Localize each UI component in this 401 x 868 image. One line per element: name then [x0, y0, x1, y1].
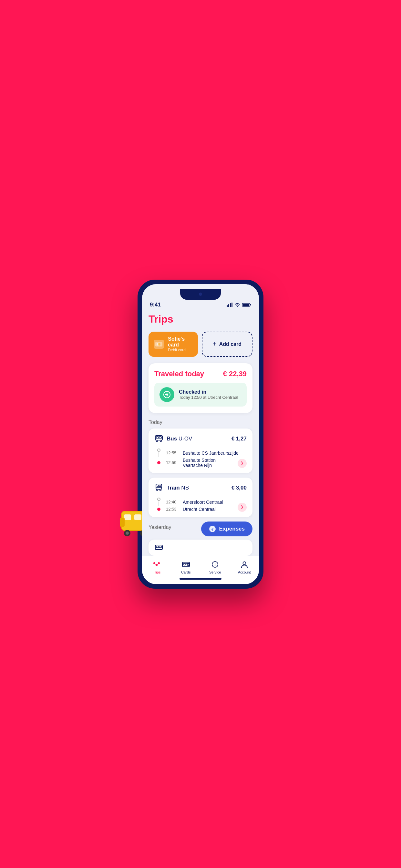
- svg-point-23: [156, 440, 158, 441]
- svg-rect-11: [232, 303, 233, 307]
- checkin-info: Checked in Today 12:50 at Utrecht Centra…: [179, 389, 238, 400]
- trips-icon: [152, 560, 161, 569]
- service-icon: [211, 560, 220, 569]
- today-summary-card: Traveled today € 22,39 Checked in Today …: [149, 363, 252, 413]
- nav-item-trips[interactable]: Trips: [142, 560, 172, 574]
- partial-card-icon: [154, 543, 163, 552]
- yesterday-row: Yesterday € Expenses: [149, 522, 252, 536]
- nav-item-cards[interactable]: Cards: [172, 560, 201, 574]
- svg-point-17: [158, 343, 160, 345]
- svg-rect-26: [157, 485, 158, 487]
- svg-rect-27: [159, 485, 161, 487]
- home-bar: [180, 578, 221, 580]
- today-section-label: Today: [149, 420, 252, 425]
- card-type: Debit card: [168, 348, 193, 352]
- bus-chevron-button[interactable]: [238, 459, 247, 468]
- trip-card-bus[interactable]: Bus U-OV € 1,27 12:55 Bushalte CS Jaarbe…: [149, 429, 252, 473]
- card-name: Sofie's card: [168, 336, 193, 348]
- svg-text:€: €: [212, 527, 213, 531]
- stop-time-1: 12:55: [166, 451, 179, 455]
- train-chevron-button[interactable]: [238, 503, 247, 512]
- bus-icon: [154, 434, 163, 444]
- today-amount: € 22,39: [223, 370, 247, 378]
- stop-name-1: Bushalte CS Jaarbeurszijde: [183, 451, 247, 456]
- expenses-label: Expenses: [219, 526, 245, 532]
- train-time-1: 12:40: [166, 500, 179, 504]
- svg-rect-13: [243, 304, 249, 306]
- checkin-subtitle: Today 12:50 at Utrecht Centraal: [179, 395, 238, 400]
- svg-rect-36: [159, 546, 161, 548]
- bus-stop-1: 12:55 Bushalte CS Jaarbeurszijde: [156, 448, 247, 458]
- svg-point-48: [243, 562, 246, 564]
- checkin-box: Checked in Today 12:50 at Utrecht Centra…: [154, 383, 247, 407]
- yesterday-partial-card: [149, 539, 252, 556]
- train-stop-name-1: Amersfoort Centraal: [183, 500, 247, 505]
- checkin-title: Checked in: [179, 389, 238, 395]
- home-indicator: [142, 576, 259, 584]
- bus-stops: 12:55 Bushalte CS Jaarbeurszijde 12:59 B…: [154, 448, 247, 468]
- add-card-label: Add card: [219, 341, 242, 347]
- service-nav-label: Service: [209, 570, 221, 574]
- notch: [180, 289, 221, 300]
- svg-rect-41: [184, 564, 185, 565]
- cards-nav-label: Cards: [181, 570, 190, 574]
- svg-point-47: [215, 565, 215, 566]
- stop-dot-empty: [157, 448, 160, 452]
- train-stop-2: 12:53 Utrecht Centraal: [156, 507, 247, 512]
- stop-name-2: Bushalte Station Vaartsche Rijn: [183, 458, 234, 468]
- status-bar: 9:41: [142, 302, 259, 311]
- svg-rect-9: [228, 304, 229, 307]
- notch-area: [142, 284, 259, 302]
- svg-rect-7: [120, 518, 125, 527]
- plus-icon: +: [213, 340, 217, 348]
- bus-amount: € 1,27: [232, 436, 247, 442]
- today-label: Traveled today: [154, 370, 204, 378]
- bus-mode-text: Bus U-OV: [166, 436, 192, 442]
- sofie-card-button[interactable]: Sofie's card Debit card: [149, 332, 198, 357]
- phone-frame: 9:41: [137, 280, 264, 589]
- svg-point-24: [160, 440, 162, 441]
- nav-item-account[interactable]: Account: [230, 560, 259, 574]
- svg-point-4: [126, 531, 129, 535]
- expenses-icon: €: [209, 525, 216, 532]
- train-mode-text: Train NS: [166, 485, 189, 491]
- card-info: Sofie's card Debit card: [168, 336, 193, 352]
- train-time-2: 12:53: [166, 507, 179, 512]
- train-icon: [154, 483, 163, 493]
- bus-stop-2: 12:59 Bushalte Station Vaartsche Rijn: [156, 458, 247, 468]
- train-stop-1: 12:40 Amersfoort Centraal: [156, 498, 247, 507]
- svg-rect-35: [156, 546, 158, 548]
- nav-item-service[interactable]: Service: [201, 560, 230, 574]
- trip-mode-train: Train NS: [154, 483, 189, 493]
- screen-content: Trips Sofie's card Debit card: [142, 311, 259, 556]
- add-card-button[interactable]: + Add card: [202, 332, 252, 357]
- stop-dot-filled-2: [157, 507, 160, 511]
- train-stop-name-2: Utrecht Centraal: [183, 507, 234, 512]
- svg-rect-2: [134, 515, 142, 520]
- account-icon: [240, 560, 249, 569]
- page-title: Trips: [149, 313, 252, 325]
- signal-icon: [227, 303, 233, 307]
- expenses-button[interactable]: € Expenses: [201, 522, 252, 536]
- trip-mode-bus: Bus U-OV: [154, 434, 192, 444]
- svg-rect-8: [227, 305, 227, 307]
- svg-rect-14: [250, 304, 251, 306]
- account-nav-label: Account: [238, 570, 251, 574]
- today-header: Traveled today € 22,39: [154, 370, 247, 378]
- trip-card-train[interactable]: Train NS € 3,00 12:40 Amersfoort Centraa…: [149, 477, 252, 517]
- bottom-navigation: Trips Cards: [142, 556, 259, 576]
- status-time: 9:41: [150, 302, 161, 308]
- yesterday-section-label: Yesterday: [149, 524, 172, 530]
- stop-time-2: 12:59: [166, 460, 179, 465]
- stop-dot-empty-2: [157, 498, 160, 501]
- card-icon: [154, 340, 164, 349]
- phone-screen: 9:41: [142, 284, 259, 584]
- trip-header-train: Train NS € 3,00: [154, 483, 247, 493]
- trip-header-bus: Bus U-OV € 1,27: [154, 434, 247, 444]
- checkin-icon: [159, 387, 174, 402]
- battery-icon: [242, 303, 251, 307]
- train-amount: € 3,00: [232, 485, 247, 491]
- wifi-icon: [235, 303, 240, 307]
- stop-dot-filled: [157, 461, 160, 464]
- card-selector-row: Sofie's card Debit card + Add card: [149, 332, 252, 357]
